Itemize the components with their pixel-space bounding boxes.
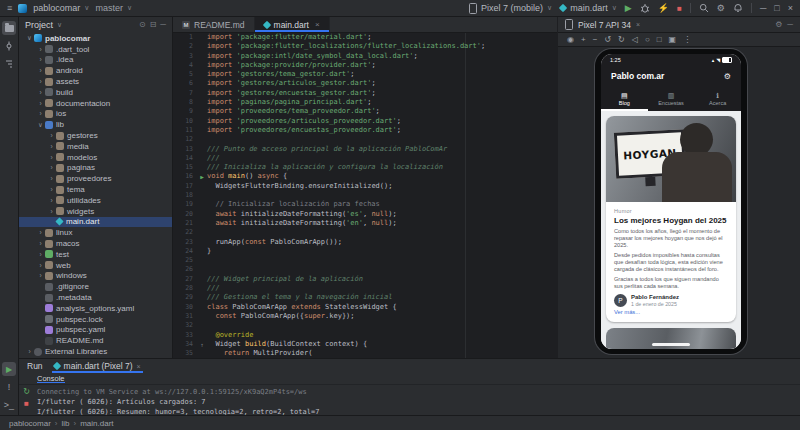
settings-button[interactable]: ⚙ [717, 3, 725, 13]
post-card[interactable]: HOYGAN Humor Los mejores Hoygan del 2025… [606, 116, 736, 322]
search-everywhere-button[interactable] [699, 3, 709, 13]
breadcrumb-item[interactable]: lib [61, 419, 69, 428]
expand-chevron-icon[interactable]: › [36, 67, 45, 74]
expand-chevron-icon[interactable]: › [36, 110, 45, 117]
device-selector[interactable]: Pixel 7 (mobile) ∨ [469, 3, 552, 14]
app-settings-icon[interactable]: ⚙ [724, 72, 731, 81]
expand-chevron-icon[interactable]: › [47, 143, 56, 150]
window-minimize-button[interactable]: ─ [760, 3, 766, 13]
expand-chevron-icon[interactable]: › [47, 132, 56, 139]
problems-tool-button[interactable]: ! [2, 380, 16, 394]
structure-tool-button[interactable] [2, 57, 16, 71]
rotate-right-icon[interactable]: ↻ [618, 35, 625, 44]
tree-item-main-dart[interactable]: main.dart [19, 217, 172, 228]
close-tab-icon[interactable]: × [315, 20, 320, 29]
tree-item-paginas[interactable]: ›paginas [19, 163, 172, 174]
expand-chevron-icon[interactable]: › [36, 262, 45, 269]
power-icon[interactable]: ◉ [567, 35, 574, 44]
rotate-left-icon[interactable]: ↺ [604, 35, 611, 44]
tree-item--dart-tool[interactable]: ›.dart_tool [19, 44, 172, 55]
hot-reload-button[interactable]: ⚡ [658, 3, 669, 13]
hide-panel-icon[interactable]: ─ [160, 20, 166, 29]
tree-item-macos[interactable]: ›macos [19, 238, 172, 249]
tree-item-gestores[interactable]: ›gestores [19, 130, 172, 141]
tree-item-android[interactable]: ›android [19, 65, 172, 76]
home-icon[interactable]: ○ [645, 35, 650, 44]
overview-icon[interactable]: □ [657, 35, 662, 44]
expand-chevron-icon[interactable]: › [47, 164, 56, 171]
tree-item-external-libraries[interactable]: ›External Libraries [19, 346, 172, 357]
tree-item-modelos[interactable]: ›modelos [19, 152, 172, 163]
tree-item-analysis-options-yaml[interactable]: analysis_options.yaml [19, 303, 172, 314]
expand-chevron-icon[interactable]: › [47, 186, 56, 193]
volume-down-icon[interactable]: − [593, 35, 598, 44]
tree-item-utilidades[interactable]: ›utilidades [19, 195, 172, 206]
tree-item--gitignore[interactable]: .gitignore [19, 281, 172, 292]
read-more-link[interactable]: Ver más... [614, 309, 728, 315]
breadcrumb-item[interactable]: main.dart [80, 419, 113, 428]
run-tab[interactable]: main.dart (Pixel 7) × [52, 359, 143, 373]
select-opened-file-icon[interactable]: ⊙ [139, 20, 146, 29]
editor-tab-main.dart[interactable]: main.dart× [255, 17, 330, 32]
debug-button[interactable] [640, 3, 650, 13]
expand-chevron-icon[interactable]: › [47, 175, 56, 182]
run-configuration-selector[interactable]: main.dart ∨ [560, 3, 617, 13]
tree-item-web[interactable]: ›web [19, 260, 172, 271]
device-tab-label[interactable]: Pixel 7 API 34 [578, 20, 631, 30]
expand-chevron-icon[interactable]: › [36, 46, 45, 53]
terminal-tool-button[interactable]: >_ [2, 398, 16, 412]
vcs-branch-widget[interactable]: master ∨ [95, 3, 132, 13]
tree-item-proveedores[interactable]: ›proveedores [19, 173, 172, 184]
code-area[interactable]: 1import 'package:flutter/material.dart';… [173, 33, 557, 358]
run-main-gutter-icon[interactable]: ▶ [197, 172, 207, 181]
tree-item-ios[interactable]: ›ios [19, 109, 172, 120]
tree-item-pubspec-lock[interactable]: pubspec.lock [19, 314, 172, 325]
more-icon[interactable]: ⋮ [683, 35, 691, 44]
breadcrumb-item[interactable]: pablocomar [9, 419, 51, 428]
override-gutter-icon[interactable]: ↑ [197, 340, 207, 349]
hide-panel-icon[interactable]: ─ [787, 20, 793, 29]
close-icon[interactable]: × [636, 21, 640, 28]
expand-chevron-icon[interactable]: › [47, 154, 56, 161]
collapse-all-icon[interactable]: ⊟ [150, 20, 157, 29]
stop-process-button[interactable]: ■ [24, 399, 29, 408]
tree-item-readme-md[interactable]: README.md [19, 335, 172, 346]
tree-item-build[interactable]: ›build [19, 87, 172, 98]
tree-item--idea[interactable]: ›.idea [19, 55, 172, 66]
project-tool-button[interactable] [2, 21, 16, 35]
tree-item-windows[interactable]: ›windows [19, 271, 172, 282]
expand-chevron-icon[interactable]: › [36, 89, 45, 96]
app-content[interactable]: HOYGAN Humor Los mejores Hoygan del 2025… [601, 111, 741, 349]
tree-item-assets[interactable]: ›assets [19, 76, 172, 87]
tree-item-tema[interactable]: ›tema [19, 184, 172, 195]
expand-chevron-icon[interactable]: › [36, 56, 45, 63]
screenshot-icon[interactable]: ▣ [669, 35, 677, 44]
console-subtab[interactable]: Console [37, 374, 65, 383]
run-console[interactable]: Connecting to VM Service at ws://127.0.0… [37, 387, 796, 415]
editor-tab-readme.md[interactable]: MREADME.md [173, 17, 255, 32]
expand-chevron-icon[interactable]: › [47, 208, 56, 215]
project-selector[interactable]: pablocomar ∨ [33, 3, 89, 13]
tree-item-pubspec-yaml[interactable]: pubspec.yaml [19, 325, 172, 336]
expand-chevron-icon[interactable]: › [47, 197, 56, 204]
tree-item-media[interactable]: ›media [19, 141, 172, 152]
app-tab-blog[interactable]: ▤Blog [601, 87, 648, 111]
back-icon[interactable]: ◁ [632, 35, 638, 44]
window-maximize-button[interactable]: □ [774, 3, 779, 13]
rerun-button[interactable]: ↻ [23, 387, 30, 396]
expand-chevron-icon[interactable]: › [36, 240, 45, 247]
commit-tool-button[interactable] [2, 39, 16, 53]
expand-chevron-icon[interactable]: ∨ [25, 34, 34, 42]
volume-up-icon[interactable]: + [581, 35, 586, 44]
tree-item-lib[interactable]: ∨lib [19, 119, 172, 130]
project-panel-title[interactable]: Project [25, 20, 53, 30]
app-tab-encuestas[interactable]: ▥Encuestas [648, 87, 695, 111]
tree-item-documentacion[interactable]: ›documentacion [19, 98, 172, 109]
tree-item-pablocomar[interactable]: ∨pablocomar [19, 33, 172, 44]
expand-chevron-icon[interactable]: › [36, 272, 45, 279]
tree-item-linux[interactable]: ›linux [19, 227, 172, 238]
device-settings-icon[interactable]: ⚙ [775, 20, 782, 29]
run-button[interactable]: ▶ [625, 3, 632, 13]
expand-chevron-icon[interactable]: › [36, 251, 45, 258]
expand-chevron-icon[interactable]: › [36, 78, 45, 85]
